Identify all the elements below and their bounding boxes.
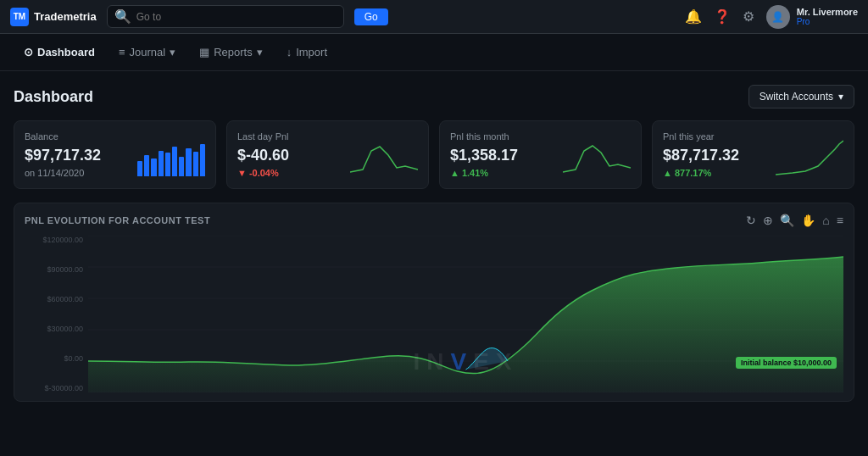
chart-tools: ↻ ⊕ 🔍 ✋ ⌂ ≡: [746, 214, 843, 227]
stat-lastday-label: Last day Pnl: [237, 131, 289, 142]
nav-label-journal: Journal: [130, 46, 166, 58]
dashboard-icon: ⊙: [24, 46, 33, 58]
bar-8: [186, 148, 191, 176]
chart-title: PNL EVOLUTION FOR ACCOUNT TEST: [25, 215, 210, 225]
bar-10: [200, 144, 205, 176]
stat-year-value: $87,717.32: [663, 147, 739, 164]
page-header: Dashboard Switch Accounts ▾: [14, 85, 854, 108]
chart-header: PNL EVOLUTION FOR ACCOUNT TEST ↻ ⊕ 🔍 ✋ ⌂…: [25, 214, 843, 227]
app-name: Trademetria: [34, 10, 97, 23]
journal-icon: ≡: [119, 46, 125, 58]
chart-reset-icon[interactable]: ↻: [746, 214, 756, 227]
stat-card-month-pnl: Pnl this month $1,358.17 ▲ 1.41%: [439, 120, 642, 189]
year-up-arrow-icon: ▲: [663, 168, 672, 178]
reports-chevron-icon: ▾: [257, 46, 263, 58]
user-tier: Pro: [797, 17, 858, 26]
reports-icon: ▦: [199, 46, 209, 58]
bar-7: [179, 157, 184, 176]
stat-balance-left: Balance $97,717.32 on 11/14/2020: [25, 131, 101, 178]
chart-menu-icon[interactable]: ≡: [837, 214, 843, 227]
avatar: 👤: [766, 5, 790, 29]
import-icon: ↓: [287, 46, 292, 58]
nav-label-import: Import: [296, 46, 327, 58]
top-navbar: TM Trademetria 🔍 Go 🔔 ❓ ⚙ 👤 Mr. Livermor…: [0, 0, 868, 34]
nav-label-reports: Reports: [214, 46, 253, 58]
switch-chevron-icon: ▾: [838, 91, 843, 103]
page-title: Dashboard: [14, 88, 93, 106]
y-label-2: $60000.00: [25, 295, 88, 303]
stats-row: Balance $97,717.32 on 11/14/2020 Last da…: [14, 120, 854, 189]
stat-year-left: Pnl this year $87,717.32 ▲ 877.17%: [663, 131, 739, 178]
stat-lastday-change-text: -0.04%: [249, 168, 279, 178]
stat-year-change-text: 877.17%: [675, 168, 711, 178]
nav-label-dashboard: Dashboard: [37, 46, 95, 58]
y-label-0: $120000.00: [25, 236, 88, 244]
bar-4: [159, 151, 164, 176]
month-mini-chart: [563, 134, 631, 176]
chart-add-icon[interactable]: ⊕: [763, 214, 773, 227]
user-details: Mr. Livermore Pro: [797, 7, 858, 26]
help-icon[interactable]: ❓: [714, 8, 731, 25]
down-arrow-icon: ▼: [237, 168, 247, 178]
switch-accounts-button[interactable]: Switch Accounts ▾: [748, 85, 854, 108]
chart-home-icon[interactable]: ⌂: [822, 214, 829, 227]
lastday-mini-chart: [350, 134, 418, 176]
stat-lastday-value: $-40.60: [237, 147, 289, 164]
nav-item-dashboard[interactable]: ⊙ Dashboard: [14, 41, 105, 64]
y-label-5: $-30000.00: [25, 384, 88, 392]
pnl-evolution-chart: PNL EVOLUTION FOR ACCOUNT TEST ↻ ⊕ 🔍 ✋ ⌂…: [14, 203, 854, 402]
stat-lastday-left: Last day Pnl $-40.60 ▼ -0.04%: [237, 131, 289, 178]
stat-month-change: ▲ 1.41%: [450, 168, 518, 178]
y-axis: $120000.00 $90000.00 $60000.00 $30000.00…: [25, 236, 88, 392]
switch-accounts-label: Switch Accounts: [760, 91, 833, 103]
stat-year-label: Pnl this year: [663, 131, 739, 142]
go-button[interactable]: Go: [354, 8, 388, 25]
stat-balance-sub: on 11/14/2020: [25, 168, 101, 178]
main-content: Dashboard Switch Accounts ▾ Balance $97,…: [0, 71, 868, 456]
y-label-3: $30000.00: [25, 325, 88, 333]
nav-item-reports[interactable]: ▦ Reports ▾: [189, 41, 273, 64]
chart-pan-icon[interactable]: ✋: [801, 214, 815, 227]
stat-card-year-pnl: Pnl this year $87,717.32 ▲ 877.17%: [652, 120, 854, 189]
y-label-1: $90000.00: [25, 265, 88, 274]
sub-navbar: ⊙ Dashboard ≡ Journal ▾ ▦ Reports ▾ ↓ Im…: [0, 34, 868, 71]
bar-9: [193, 152, 198, 176]
user-info[interactable]: 👤 Mr. Livermore Pro: [766, 5, 858, 29]
journal-chevron-icon: ▾: [170, 46, 175, 58]
bar-5: [165, 153, 170, 176]
stat-month-change-text: 1.41%: [462, 168, 488, 178]
balance-bar-chart: [137, 134, 205, 176]
chart-area: $120000.00 $90000.00 $60000.00 $30000.00…: [25, 236, 843, 392]
stat-month-label: Pnl this month: [450, 131, 518, 142]
year-mini-chart: [776, 134, 843, 176]
initial-balance-label: Initial balance $10,000.00: [736, 357, 837, 369]
nav-item-journal[interactable]: ≡ Journal ▾: [108, 41, 186, 64]
stat-month-left: Pnl this month $1,358.17 ▲ 1.41%: [450, 131, 518, 178]
stat-balance-value: $97,717.32: [25, 147, 101, 164]
app-logo: TM Trademetria: [10, 8, 97, 26]
logo-icon: TM: [10, 8, 29, 26]
chart-zoom-icon[interactable]: 🔍: [780, 214, 794, 227]
stat-lastday-change: ▼ -0.04%: [237, 168, 289, 178]
stat-year-change: ▲ 877.17%: [663, 168, 739, 178]
search-icon: 🔍: [114, 8, 131, 25]
stat-card-balance: Balance $97,717.32 on 11/14/2020: [14, 120, 216, 189]
stat-month-value: $1,358.17: [450, 147, 518, 164]
navbar-right: 🔔 ❓ ⚙ 👤 Mr. Livermore Pro: [685, 5, 858, 29]
stat-balance-label: Balance: [25, 131, 101, 142]
bar-1: [137, 161, 142, 176]
nav-item-import[interactable]: ↓ Import: [276, 41, 337, 64]
bar-6: [172, 147, 177, 176]
bar-2: [144, 155, 149, 176]
bar-3: [151, 158, 156, 176]
search-bar[interactable]: 🔍: [107, 5, 344, 28]
stat-card-last-day-pnl: Last day Pnl $-40.60 ▼ -0.04%: [226, 120, 429, 189]
pnl-svg: [88, 236, 843, 392]
search-input[interactable]: [136, 11, 337, 23]
settings-icon[interactable]: ⚙: [743, 8, 754, 25]
bell-icon[interactable]: 🔔: [685, 8, 702, 25]
chart-canvas: Initial balance $10,000.00 INVEX: [88, 236, 843, 392]
y-label-4: $0.00: [25, 354, 88, 363]
up-arrow-icon: ▲: [450, 168, 459, 178]
user-name: Mr. Livermore: [797, 7, 858, 17]
